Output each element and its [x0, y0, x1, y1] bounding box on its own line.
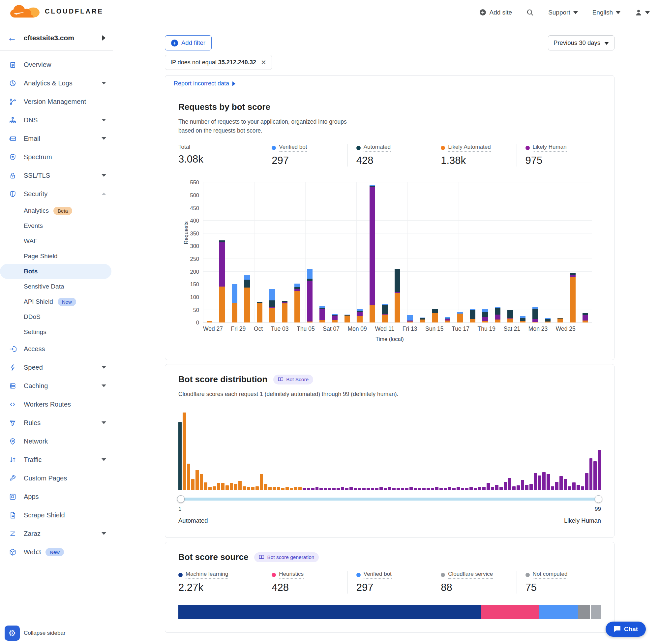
bar-tue-03[interactable]: [278, 182, 291, 322]
score-bar-80[interactable]: [517, 485, 520, 490]
score-bar-23[interactable]: [273, 487, 276, 490]
bar-day-28[interactable]: [542, 182, 554, 322]
score-bar-45[interactable]: [367, 488, 370, 490]
bar-day-12[interactable]: [341, 182, 353, 322]
score-bar-83[interactable]: [529, 484, 533, 490]
sidebar-item-rules[interactable]: Rules: [0, 414, 113, 432]
bar-sat-21[interactable]: [504, 182, 517, 322]
bar-day-18[interactable]: [416, 182, 429, 322]
bar-wed-25[interactable]: [554, 182, 567, 322]
score-bar-60[interactable]: [431, 488, 434, 490]
sidebar-item-speed[interactable]: Speed: [0, 358, 113, 376]
score-bar-50[interactable]: [388, 487, 391, 490]
bar-oct[interactable]: [253, 182, 266, 322]
score-bar-61[interactable]: [435, 487, 439, 490]
score-bar-90[interactable]: [560, 476, 563, 490]
language-menu[interactable]: English: [592, 9, 620, 16]
score-bar-21[interactable]: [264, 484, 267, 490]
sidebar-item-email[interactable]: Email: [0, 129, 113, 148]
score-bar-93[interactable]: [572, 482, 575, 490]
filter-chip[interactable]: IP does not equal 35.212.240.32 ✕: [165, 55, 272, 70]
search-button[interactable]: [526, 9, 534, 16]
remove-filter-icon[interactable]: ✕: [261, 59, 266, 66]
score-bar-47[interactable]: [375, 488, 378, 490]
score-bar-58[interactable]: [422, 488, 426, 490]
score-bar-96[interactable]: [585, 473, 588, 490]
bar-day-4[interactable]: [241, 182, 253, 322]
bar-day-22[interactable]: [467, 182, 479, 322]
bar-sun-15[interactable]: [429, 182, 442, 322]
bar-day-16[interactable]: [391, 182, 403, 322]
site-switcher-caret-icon[interactable]: [102, 35, 105, 41]
bot-score-generation-badge[interactable]: Bot score generation: [254, 552, 319, 562]
score-bar-64[interactable]: [448, 487, 451, 490]
score-bar-68[interactable]: [465, 488, 468, 490]
score-bar-25[interactable]: [281, 488, 284, 490]
sidebar-item-network[interactable]: Network: [0, 432, 113, 451]
score-bar-87[interactable]: [547, 474, 550, 490]
support-menu[interactable]: Support: [548, 9, 578, 16]
score-bar-29[interactable]: [298, 487, 302, 490]
bar-fri-13[interactable]: [404, 182, 416, 322]
score-bar-1[interactable]: [178, 422, 182, 490]
score-bar-81[interactable]: [521, 480, 524, 490]
score-bar-78[interactable]: [508, 478, 511, 490]
bar-day-10[interactable]: [316, 182, 328, 322]
score-bar-36[interactable]: [328, 488, 331, 490]
score-bar-63[interactable]: [444, 488, 447, 490]
score-bar-30[interactable]: [303, 488, 306, 490]
score-bar-84[interactable]: [534, 473, 537, 490]
score-bar-69[interactable]: [469, 487, 473, 490]
sidebar-item-ssl-tls[interactable]: SSL/TLS: [0, 166, 113, 185]
score-bar-57[interactable]: [418, 488, 421, 490]
score-bar-28[interactable]: [294, 487, 297, 490]
sidebar-item-overview[interactable]: Overview: [0, 55, 113, 74]
score-bar-56[interactable]: [414, 488, 417, 490]
sidebar-item-version-management[interactable]: Version Management: [0, 92, 113, 111]
score-bar-82[interactable]: [525, 485, 528, 490]
sidebar-item-apps[interactable]: Apps: [0, 487, 113, 506]
score-bar-70[interactable]: [474, 488, 477, 490]
score-bar-65[interactable]: [452, 488, 455, 490]
score-bar-37[interactable]: [332, 488, 336, 490]
sidebar-item-scrape-shield[interactable]: Scrape Shield: [0, 506, 113, 524]
score-bar-19[interactable]: [256, 486, 259, 490]
slider-handle-min[interactable]: [177, 495, 185, 503]
score-bar-34[interactable]: [320, 488, 323, 490]
score-bar-76[interactable]: [499, 487, 503, 490]
score-bar-52[interactable]: [397, 488, 400, 490]
bar-day-6[interactable]: [266, 182, 278, 322]
add-site-button[interactable]: Add site: [479, 9, 512, 16]
sidebar-item-access[interactable]: Access: [0, 340, 113, 358]
score-bar-48[interactable]: [379, 487, 383, 490]
score-bar-97[interactable]: [589, 458, 593, 490]
score-bar-73[interactable]: [487, 483, 490, 490]
bar-day-31[interactable]: [579, 182, 592, 322]
score-bar-11[interactable]: [221, 483, 225, 490]
slider-handle-max[interactable]: [595, 495, 602, 503]
sidebar-item-caching[interactable]: Caching: [0, 376, 113, 395]
add-filter-button[interactable]: + Add filter: [165, 35, 212, 50]
score-bar-16[interactable]: [243, 486, 246, 490]
score-bar-66[interactable]: [456, 487, 460, 490]
score-bar-71[interactable]: [478, 487, 481, 490]
score-bar-26[interactable]: [285, 487, 289, 490]
sidebar-subitem-analytics[interactable]: AnalyticsBeta: [0, 203, 112, 218]
sidebar-subitem-api-shield[interactable]: API ShieldNew: [0, 294, 112, 309]
sidebar-item-analytics-logs[interactable]: Analytics & Logs: [0, 74, 113, 92]
bar-wed-27[interactable]: [203, 182, 216, 322]
sidebar-item-workers-routes[interactable]: Workers Routes: [0, 395, 113, 414]
bar-day-14[interactable]: [366, 182, 378, 322]
score-bar-6[interactable]: [200, 474, 203, 490]
score-bar-12[interactable]: [226, 485, 229, 490]
score-bar-94[interactable]: [576, 485, 580, 490]
bar-mon-23[interactable]: [529, 182, 542, 322]
score-bar-99[interactable]: [598, 450, 601, 490]
sidebar-item-zaraz[interactable]: Zaraz: [0, 524, 113, 543]
score-bar-88[interactable]: [551, 486, 554, 490]
sidebar-item-dns[interactable]: DNS: [0, 111, 113, 129]
score-bar-43[interactable]: [358, 488, 361, 490]
account-menu[interactable]: [635, 9, 650, 16]
score-bar-46[interactable]: [371, 488, 374, 490]
score-bar-3[interactable]: [187, 464, 190, 490]
